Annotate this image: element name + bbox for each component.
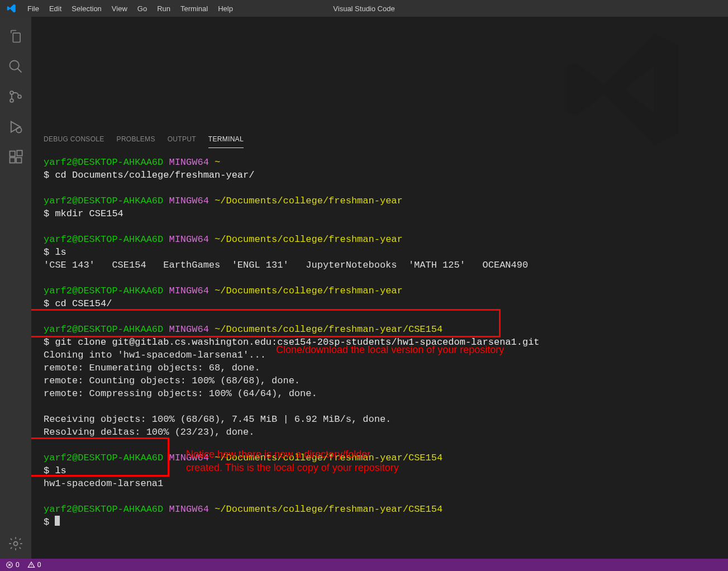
terminal-blank-line bbox=[44, 272, 716, 284]
terminal-output-line: remote: Enumerating objects: 68, done. bbox=[44, 361, 716, 374]
menu-help[interactable]: Help bbox=[213, 1, 238, 16]
terminal-command-line: $ cd Documents/college/freshman-year/ bbox=[44, 169, 716, 182]
terminal-prompt-line: yarf2@DESKTOP-AHKAA6D MINGW64 ~/Document… bbox=[44, 284, 716, 297]
menu-file[interactable]: File bbox=[22, 1, 44, 16]
terminal-blank-line bbox=[44, 310, 716, 323]
editor-area: DEBUG CONSOLE PROBLEMS OUTPUT TERMINAL y… bbox=[31, 17, 728, 559]
terminal-output-line: remote: Compressing objects: 100% (64/64… bbox=[44, 387, 716, 400]
annotation-text-ls: Notice how there is now a directory/fold… bbox=[186, 448, 399, 474]
extensions-icon[interactable] bbox=[2, 142, 29, 172]
tab-problems[interactable]: PROBLEMS bbox=[117, 133, 155, 148]
terminal-output-line: remote: Counting objects: 100% (68/68), … bbox=[44, 374, 716, 387]
terminal-output-line: Resolving deltas: 100% (23/23), done. bbox=[44, 426, 716, 439]
terminal-command-line: $ mkdir CSE154 bbox=[44, 207, 716, 220]
terminal-output-line: Receiving objects: 100% (68/68), 7.45 Mi… bbox=[44, 413, 716, 426]
bottom-panel: DEBUG CONSOLE PROBLEMS OUTPUT TERMINAL y… bbox=[31, 129, 728, 559]
vscode-watermark-icon bbox=[31, 11, 728, 123]
svg-point-3 bbox=[18, 95, 21, 98]
terminal-output-line: hw1-spacedom-larsena1 bbox=[44, 477, 716, 490]
terminal-prompt-line: yarf2@DESKTOP-AHKAA6D MINGW64 ~ bbox=[44, 156, 716, 169]
status-warnings[interactable]: 0 bbox=[27, 561, 41, 569]
terminal-prompt-line: yarf2@DESKTOP-AHKAA6D MINGW64 ~/Document… bbox=[44, 323, 716, 336]
tab-terminal[interactable]: TERMINAL bbox=[208, 133, 244, 148]
terminal-prompt-line: yarf2@DESKTOP-AHKAA6D MINGW64 ~/Document… bbox=[44, 194, 716, 207]
terminal-prompt-line: yarf2@DESKTOP-AHKAA6D MINGW64 ~/Document… bbox=[44, 503, 716, 516]
activity-bar bbox=[0, 17, 31, 559]
terminal-prompt-line: yarf2@DESKTOP-AHKAA6D MINGW64 ~/Document… bbox=[44, 233, 716, 246]
terminal-blank-line bbox=[44, 220, 716, 233]
search-icon[interactable] bbox=[2, 51, 29, 82]
run-debug-icon[interactable] bbox=[2, 112, 29, 142]
settings-gear-icon[interactable] bbox=[2, 529, 29, 559]
vscode-logo-icon bbox=[7, 3, 17, 13]
terminal-view[interactable]: yarf2@DESKTOP-AHKAA6D MINGW64 ~$ cd Docu… bbox=[31, 148, 728, 559]
source-control-icon[interactable] bbox=[2, 82, 29, 112]
panel-tabs: DEBUG CONSOLE PROBLEMS OUTPUT TERMINAL bbox=[31, 129, 728, 148]
terminal-output-line: 'CSE 143' CSE154 EarthGames 'ENGL 131' J… bbox=[44, 259, 716, 272]
svg-rect-5 bbox=[10, 151, 15, 156]
svg-point-1 bbox=[10, 91, 13, 94]
terminal-cursor bbox=[55, 516, 60, 526]
svg-rect-8 bbox=[17, 150, 22, 155]
menu-go[interactable]: Go bbox=[132, 1, 152, 16]
terminal-command-line: $ bbox=[44, 516, 716, 529]
tab-debug-console[interactable]: DEBUG CONSOLE bbox=[44, 133, 104, 148]
menu-selection[interactable]: Selection bbox=[66, 1, 106, 16]
menubar: File Edit Selection View Go Run Terminal… bbox=[0, 0, 728, 17]
window-title: Visual Studio Code bbox=[333, 4, 394, 13]
terminal-command-line: $ cd CSE154/ bbox=[44, 297, 716, 310]
statusbar: 0 0 bbox=[0, 559, 728, 571]
svg-point-2 bbox=[10, 99, 13, 102]
status-warnings-count: 0 bbox=[37, 561, 41, 569]
tab-output[interactable]: OUTPUT bbox=[168, 133, 196, 148]
terminal-blank-line bbox=[44, 182, 716, 194]
svg-point-9 bbox=[14, 542, 18, 546]
explorer-icon[interactable] bbox=[2, 21, 29, 51]
terminal-output-line bbox=[44, 400, 716, 413]
terminal-command-line: $ ls bbox=[44, 246, 716, 259]
svg-point-4 bbox=[16, 127, 21, 132]
menu-view[interactable]: View bbox=[107, 1, 132, 16]
status-errors[interactable]: 0 bbox=[6, 561, 20, 569]
svg-rect-6 bbox=[10, 158, 15, 163]
status-errors-count: 0 bbox=[16, 561, 20, 569]
terminal-blank-line bbox=[44, 490, 716, 503]
menu-run[interactable]: Run bbox=[152, 1, 175, 16]
annotation-text-clone: Clone/download the local version of your… bbox=[276, 343, 504, 356]
menu-edit[interactable]: Edit bbox=[44, 1, 66, 16]
svg-rect-7 bbox=[16, 158, 21, 163]
menu-terminal[interactable]: Terminal bbox=[175, 1, 213, 16]
svg-point-0 bbox=[10, 61, 19, 70]
